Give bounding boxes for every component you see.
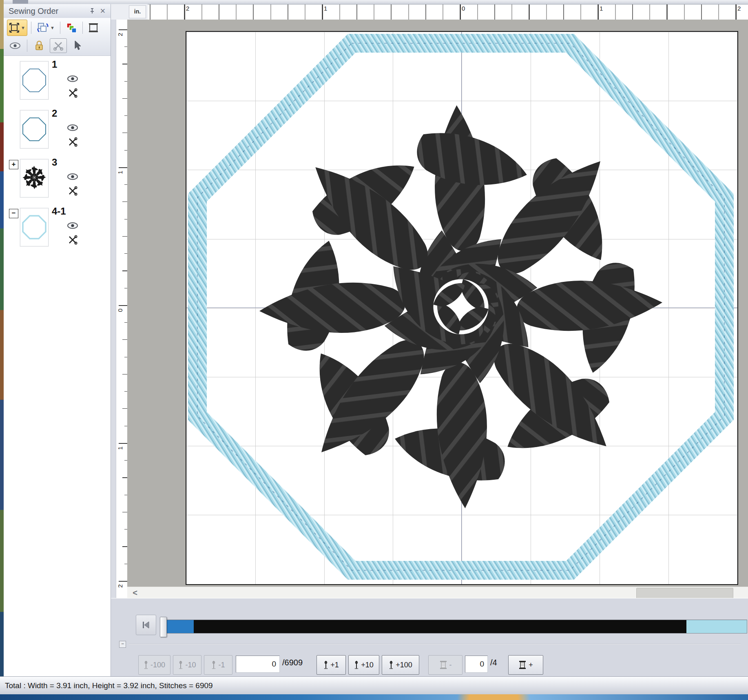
color-total-label: /4 xyxy=(490,658,497,667)
needle-icon xyxy=(389,660,394,670)
v-ruler-label: 1 xyxy=(117,169,124,176)
horizontal-ruler: 2 1 0 1 2 xyxy=(148,4,748,20)
order-item-2-thumbnail[interactable] xyxy=(20,110,49,148)
needle-icon xyxy=(354,660,359,670)
order-item-label: 3 xyxy=(52,157,57,168)
h-ruler-label: 1 xyxy=(324,5,327,12)
lock-icon[interactable] xyxy=(31,39,47,53)
reorder-button[interactable]: ▼ xyxy=(35,20,56,35)
rewind-icon xyxy=(142,620,150,629)
needle-icon xyxy=(144,660,148,670)
ruler-unit-button[interactable]: in. xyxy=(129,5,146,18)
toolbar-separator xyxy=(82,22,83,34)
order-item-2: 2 xyxy=(4,110,111,158)
panel-toolbar: ▼ ▼ xyxy=(4,18,111,56)
design-canvas[interactable] xyxy=(127,20,748,587)
thread-spool-icon xyxy=(518,660,527,670)
octagon-applique-thumb xyxy=(21,214,47,240)
stitch-total-label: /6909 xyxy=(282,658,303,667)
sewing-order-panel: Sewing Order × ▼ xyxy=(4,4,111,676)
octagon-outline-thumb xyxy=(21,116,47,142)
order-item-3-thumbnail[interactable] xyxy=(20,159,49,197)
scroll-left-arrow-icon[interactable]: < xyxy=(131,588,139,597)
toolbar-separator xyxy=(60,22,60,34)
stitch-plus-1-button[interactable]: +1 xyxy=(316,655,346,675)
rewind-to-start-button[interactable] xyxy=(136,615,156,635)
order-item-1-thumbnail[interactable] xyxy=(20,61,49,100)
eye-icon[interactable] xyxy=(67,173,78,181)
order-item-label: 4-1 xyxy=(52,206,66,217)
ruler-corner: in. xyxy=(111,4,148,20)
v-ruler-label: 2 xyxy=(117,31,124,38)
color-minus-button[interactable]: - xyxy=(428,655,463,675)
scissors-trim-button[interactable] xyxy=(50,38,67,53)
toolbar-separator xyxy=(31,22,31,34)
scissors-icon[interactable] xyxy=(68,186,77,196)
current-color-input[interactable]: 0 xyxy=(465,656,488,673)
chevron-down-icon[interactable]: ▼ xyxy=(21,25,25,30)
stitch-minus-1-button[interactable]: -1 xyxy=(204,655,232,675)
panel-header: Sewing Order × xyxy=(4,4,111,18)
expand-plus-box[interactable]: + xyxy=(9,160,18,169)
eye-icon[interactable] xyxy=(67,75,78,83)
progress-segment-design xyxy=(194,620,686,633)
window-top-tab xyxy=(13,0,28,4)
slider-handle[interactable] xyxy=(160,617,167,637)
design-page[interactable] xyxy=(186,31,738,585)
stitch-plus-10-button[interactable]: +10 xyxy=(348,655,379,675)
panel-collapse-box[interactable]: − xyxy=(119,641,126,648)
stitch-progress-slider[interactable] xyxy=(160,620,747,634)
eye-icon[interactable] xyxy=(67,124,78,132)
octagon-outline-thumb xyxy=(21,67,47,93)
v-ruler-label: 2 xyxy=(117,583,124,589)
collapse-minus-box[interactable]: − xyxy=(9,209,18,218)
scissors-icon[interactable] xyxy=(68,235,77,245)
color-plus-button[interactable]: + xyxy=(508,655,543,675)
h-ruler-label: 2 xyxy=(186,5,189,12)
application-window: Sewing Order × ▼ xyxy=(0,0,748,700)
stitch-simulator-panel: − -100 -10 -1 0 /6909 +1 +10 +100 xyxy=(111,598,748,677)
status-text: Total : Width = 3.91 inch, Height = 3.92… xyxy=(0,681,213,690)
current-stitch-input[interactable]: 0 xyxy=(236,656,280,673)
order-item-4-1-thumbnail[interactable] xyxy=(20,208,49,246)
stitch-minus-100-button[interactable]: -100 xyxy=(138,655,170,675)
order-item-label: 2 xyxy=(52,108,57,119)
stitch-art xyxy=(186,32,737,584)
desktop-wallpaper-bottom-sliver xyxy=(0,694,748,700)
select-pointer-icon[interactable] xyxy=(69,39,86,53)
scrollbar-thumb[interactable] xyxy=(636,588,733,598)
h-ruler-label: 2 xyxy=(737,5,741,12)
design-frame-button[interactable] xyxy=(86,20,100,35)
panel-splitter-line xyxy=(129,644,741,645)
desktop-wallpaper-left-sliver xyxy=(0,0,4,700)
progress-segment-outline xyxy=(166,620,194,633)
close-icon[interactable]: × xyxy=(97,6,108,16)
color-sort-button[interactable] xyxy=(64,20,79,35)
toolbar-separator xyxy=(27,40,27,52)
needle-icon xyxy=(323,660,328,670)
status-bar: Total : Width = 3.91 inch, Height = 3.92… xyxy=(0,676,748,695)
sun-motif-thumb xyxy=(22,165,46,190)
scissors-icon[interactable] xyxy=(68,137,77,147)
visibility-eye-icon[interactable] xyxy=(7,39,23,53)
h-ruler-label: 1 xyxy=(600,5,603,12)
order-item-3: + 3 xyxy=(4,159,111,207)
zoom-fit-button[interactable]: ▼ xyxy=(7,20,27,36)
needle-icon xyxy=(178,660,183,670)
v-ruler-label: 0 xyxy=(117,307,124,314)
sun-design-stitching[interactable] xyxy=(219,64,704,549)
pin-icon[interactable] xyxy=(87,6,97,16)
vertical-ruler: 2 1 0 1 2 xyxy=(116,20,128,598)
chevron-down-icon[interactable]: ▼ xyxy=(50,25,55,30)
order-item-4-1: − 4-1 xyxy=(4,208,111,256)
h-ruler-label: 0 xyxy=(462,5,465,12)
needle-icon xyxy=(211,660,216,670)
stitch-plus-100-button[interactable]: +100 xyxy=(382,655,419,675)
eye-icon[interactable] xyxy=(67,222,78,230)
scissors-icon[interactable] xyxy=(68,88,77,98)
order-item-1: 1 xyxy=(4,61,111,109)
horizontal-scrollbar[interactable]: < xyxy=(127,587,748,598)
stitch-minus-10-button[interactable]: -10 xyxy=(173,655,201,675)
thread-spool-icon xyxy=(439,660,447,670)
order-item-label: 1 xyxy=(52,59,57,70)
